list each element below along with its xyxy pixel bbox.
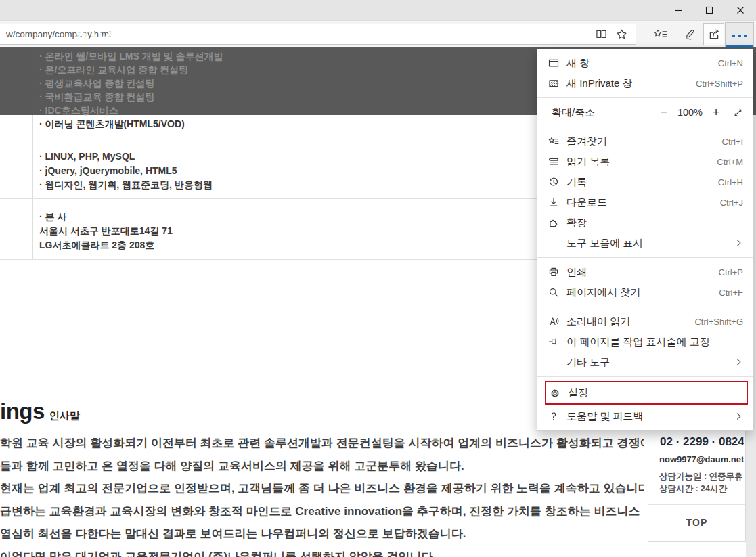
menu-item-label: 다운로드 <box>566 196 720 209</box>
menu-item-shortcut: Ctrl+P <box>719 267 743 277</box>
settings-highlight-box: 설정 <box>545 381 748 405</box>
new-window-icon <box>548 58 559 68</box>
zoom-out-button[interactable]: − <box>655 104 673 121</box>
menu-item-label: 소리내어 읽기 <box>566 315 694 328</box>
menu-item-reading-list[interactable]: 읽기 목록Ctrl+M <box>537 152 753 172</box>
menu-item-zoom: 확대/축소−100%+ <box>537 102 753 122</box>
more-actions-dots-icon <box>732 35 747 37</box>
favorites-hub-button[interactable] <box>647 22 674 46</box>
address-line: 서울시 서초구 반포대로14길 71 <box>39 224 173 238</box>
tech-item: 웹디자인, 웹기획, 웹표준코딩, 반응형웹 <box>39 178 213 192</box>
extensions-icon <box>548 217 559 228</box>
menu-item-help-feedback[interactable]: 도움말 및 피드백 <box>537 406 753 426</box>
menu-item-label: 확장 <box>566 217 743 229</box>
reading-list-icon <box>548 156 559 167</box>
address-line: 본 사 <box>39 210 173 224</box>
chevron-right-icon <box>734 238 743 248</box>
menu-item-read-aloud[interactable]: 소리내어 읽기Ctrl+Shift+G <box>537 311 753 332</box>
menu-item-settings[interactable]: 설정 <box>546 382 747 403</box>
menu-item-label: 새 InPrivate 창 <box>566 77 696 90</box>
tech-item: LINUX, PHP, MySQL <box>39 150 213 164</box>
greeting-paragraphs: 학원 교육 시장의 활성화되기 이전부터 최초로 관련 솔루션개발과 전문컨설팅… <box>0 432 644 557</box>
print-icon <box>548 267 559 277</box>
contact-divider <box>648 504 745 505</box>
menu-item-label: 즐겨찾기 <box>566 135 722 148</box>
reading-view-icon[interactable] <box>591 24 611 44</box>
share-icon <box>708 28 720 41</box>
menu-item-shortcut: Ctrl+J <box>720 198 743 208</box>
site-nav-customer[interactable]: 고객센터 <box>402 28 456 46</box>
find-icon <box>548 287 559 298</box>
greeting-title-ko: 인사말 <box>49 409 80 422</box>
menu-item-shortcut: Ctrl+N <box>718 58 743 68</box>
greeting-line: 이었다면 많은 대기업과 교육전문기업이 (주)나우컴퍼니를 선택하지 않았을 … <box>0 545 644 557</box>
close-icon <box>736 6 744 14</box>
menu-item-new-window[interactable]: 새 창Ctrl+N <box>537 53 753 73</box>
title-bar <box>0 0 756 21</box>
menu-item-label: 새 창 <box>566 57 718 70</box>
menu-item-shortcut: Ctrl+Shift+P <box>696 79 743 89</box>
history-icon <box>548 177 559 187</box>
menu-item-label: 도움말 및 피드백 <box>566 410 729 423</box>
greeting-heading: ings 인사말 <box>0 399 80 424</box>
menu-item-label: 페이지에서 찾기 <box>566 286 719 299</box>
browser-window: w/company/company.html 회사소개 사업영역 고객센터 온라… <box>0 0 756 557</box>
menu-item-shortcut: Ctrl+I <box>722 137 743 147</box>
menu-item-shortcut: Ctrl+M <box>717 157 743 167</box>
web-notes-button[interactable] <box>677 22 703 46</box>
add-favorite-star-icon[interactable] <box>611 24 631 44</box>
service-item: 온/오프라인 교육사업 종합 컨설팅 <box>39 63 223 76</box>
maximize-icon <box>705 6 713 14</box>
minimize-icon <box>674 6 682 14</box>
menu-divider <box>537 376 753 377</box>
service-item: 온라인 웹/모바일 LMS 개발 및 솔루션개발 <box>39 49 223 63</box>
menu-item-history[interactable]: 기록Ctrl+H <box>537 172 753 192</box>
menu-item-print[interactable]: 인쇄Ctrl+P <box>537 262 753 282</box>
scroll-to-top-button[interactable]: TOP <box>648 517 745 528</box>
minimize-button[interactable] <box>663 0 694 20</box>
menu-item-label: 확대/축소 <box>552 106 655 119</box>
contact-email: now9977@daum.net <box>659 454 744 464</box>
download-icon <box>548 197 559 208</box>
menu-item-more-tools[interactable]: 기타 도구 <box>537 352 753 372</box>
menu-item-pin-to-taskbar[interactable]: 이 페이지를 작업 표시줄에 고정 <box>537 332 753 352</box>
menu-item-label: 설정 <box>568 386 737 399</box>
menu-divider <box>537 97 753 98</box>
menu-divider <box>537 307 753 307</box>
favorites-hub-icon <box>654 28 667 40</box>
contact-phone: 02 · 2299 · 0824 <box>660 435 744 449</box>
greeting-line: 열심히 최선을 다한다는 말대신 결과로 보여드리는 나우컴퍼니의 정신으로 보… <box>0 522 644 545</box>
fullscreen-icon[interactable] <box>733 108 743 118</box>
menu-item-label: 도구 모음에 표시 <box>566 237 729 250</box>
read-aloud-icon <box>548 316 559 327</box>
contact-days: 상담가능일 : 연중무휴 <box>659 471 743 483</box>
tech-list: LINUX, PHP, MySQLjQuery, jQuerymobile, H… <box>39 150 213 192</box>
contact-hours: 상담시간 : 24시간 <box>659 483 727 495</box>
share-button[interactable] <box>703 23 724 45</box>
site-nav-business[interactable]: 사업영역 <box>238 28 292 46</box>
greeting-line: 현재는 업계 최고의 전문기업으로 인정받으며, 고객님들께 좀 더 나은 비즈… <box>0 477 644 500</box>
table-vertical-border <box>32 115 33 259</box>
menu-item-favorites[interactable]: 즐겨찾기Ctrl+I <box>537 131 753 152</box>
menu-item-new-inprivate-window[interactable]: 새 InPrivate 창Ctrl+Shift+P <box>537 73 753 93</box>
chevron-right-icon <box>734 357 743 367</box>
menu-item-downloads[interactable]: 다운로드Ctrl+J <box>537 192 753 213</box>
site-nav-company[interactable]: 회사소개 <box>76 28 130 46</box>
close-button[interactable] <box>725 0 756 20</box>
menu-item-find-on-page[interactable]: 페이지에서 찾기Ctrl+F <box>537 282 753 303</box>
menu-item-shortcut: Ctrl+Shift+G <box>694 317 743 327</box>
menu-item-show-in-toolbar[interactable]: 도구 모음에 표시 <box>537 233 753 253</box>
more-actions-button[interactable] <box>725 22 754 47</box>
menu-item-shortcut: Ctrl+F <box>719 288 743 298</box>
menu-item-extensions[interactable]: 확장 <box>537 213 753 233</box>
help-icon <box>548 411 559 422</box>
web-notes-pen-icon <box>684 28 696 41</box>
browser-more-menu: 새 창Ctrl+N새 InPrivate 창Ctrl+Shift+P확대/축소−… <box>537 49 753 431</box>
service-item: 이러닝 콘텐츠개발(HTML5/VOD) <box>39 117 223 131</box>
zoom-level-value: 100% <box>677 107 703 118</box>
service-item: IDC호스팅서비스 <box>39 104 223 117</box>
zoom-in-button[interactable]: + <box>707 104 725 121</box>
maximize-button[interactable] <box>694 0 725 20</box>
office-address: 본 사서울시 서초구 반포대로14길 71LG서초에클라트 2층 208호 <box>39 210 173 252</box>
menu-item-label: 기록 <box>566 176 718 189</box>
